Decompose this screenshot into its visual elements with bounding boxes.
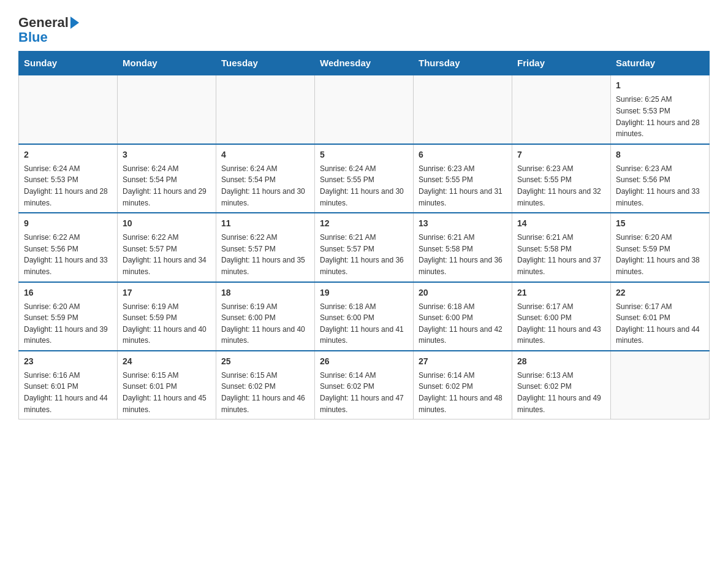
day-number: 15 [616,217,704,230]
calendar-cell: 9Sunrise: 6:22 AM Sunset: 5:56 PM Daylig… [19,213,118,282]
day-number: 17 [123,286,211,299]
day-header-tuesday: Tuesday [216,52,315,75]
day-header-friday: Friday [512,52,611,75]
calendar-cell: 13Sunrise: 6:21 AM Sunset: 5:58 PM Dayli… [414,213,512,282]
calendar-cell: 1Sunrise: 6:25 AM Sunset: 5:53 PM Daylig… [611,75,710,144]
calendar-week-row: 2Sunrise: 6:24 AM Sunset: 5:53 PM Daylig… [19,144,710,213]
day-info: Sunrise: 6:25 AM Sunset: 5:53 PM Dayligh… [616,94,704,139]
day-info: Sunrise: 6:21 AM Sunset: 5:58 PM Dayligh… [419,232,507,277]
day-info: Sunrise: 6:20 AM Sunset: 5:59 PM Dayligh… [24,301,112,347]
day-info: Sunrise: 6:22 AM Sunset: 5:56 PM Dayligh… [24,232,112,277]
calendar-cell [216,75,315,144]
day-info: Sunrise: 6:17 AM Sunset: 6:00 PM Dayligh… [517,301,605,347]
day-number: 6 [419,148,507,161]
calendar-cell [315,75,414,144]
day-number: 7 [517,148,605,161]
day-info: Sunrise: 6:23 AM Sunset: 5:55 PM Dayligh… [517,163,605,209]
day-number: 10 [123,217,211,230]
day-header-monday: Monday [118,52,216,75]
calendar-cell: 8Sunrise: 6:23 AM Sunset: 5:56 PM Daylig… [611,144,710,213]
day-info: Sunrise: 6:13 AM Sunset: 6:02 PM Dayligh… [517,370,605,415]
day-info: Sunrise: 6:23 AM Sunset: 5:55 PM Dayligh… [419,163,507,209]
day-number: 8 [616,148,704,161]
calendar-cell: 21Sunrise: 6:17 AM Sunset: 6:00 PM Dayli… [512,282,611,351]
day-info: Sunrise: 6:14 AM Sunset: 6:02 PM Dayligh… [320,370,408,415]
day-number: 13 [419,217,507,230]
day-number: 27 [419,355,507,368]
day-number: 1 [616,79,704,92]
calendar-cell: 26Sunrise: 6:14 AM Sunset: 6:02 PM Dayli… [315,351,414,419]
calendar-week-row: 9Sunrise: 6:22 AM Sunset: 5:56 PM Daylig… [19,213,710,282]
day-info: Sunrise: 6:15 AM Sunset: 6:02 PM Dayligh… [221,370,309,415]
day-number: 26 [320,355,408,368]
day-info: Sunrise: 6:23 AM Sunset: 5:56 PM Dayligh… [616,163,704,209]
day-info: Sunrise: 6:20 AM Sunset: 5:59 PM Dayligh… [616,232,704,277]
calendar-cell: 18Sunrise: 6:19 AM Sunset: 6:00 PM Dayli… [216,282,315,351]
day-number: 9 [24,217,112,230]
calendar-cell: 17Sunrise: 6:19 AM Sunset: 5:59 PM Dayli… [118,282,216,351]
calendar-cell: 19Sunrise: 6:18 AM Sunset: 6:00 PM Dayli… [315,282,414,351]
calendar-cell: 24Sunrise: 6:15 AM Sunset: 6:01 PM Dayli… [118,351,216,419]
calendar-cell: 25Sunrise: 6:15 AM Sunset: 6:02 PM Dayli… [216,351,315,419]
day-number: 11 [221,217,309,230]
calendar-cell: 11Sunrise: 6:22 AM Sunset: 5:57 PM Dayli… [216,213,315,282]
day-header-wednesday: Wednesday [315,52,414,75]
day-number: 21 [517,286,605,299]
day-number: 24 [123,355,211,368]
day-info: Sunrise: 6:18 AM Sunset: 6:00 PM Dayligh… [419,301,507,347]
logo-general: General [18,15,69,30]
day-info: Sunrise: 6:24 AM Sunset: 5:55 PM Dayligh… [320,163,408,209]
calendar-cell [118,75,216,144]
day-info: Sunrise: 6:19 AM Sunset: 6:00 PM Dayligh… [221,301,309,347]
day-info: Sunrise: 6:21 AM Sunset: 5:58 PM Dayligh… [517,232,605,277]
calendar-cell: 2Sunrise: 6:24 AM Sunset: 5:53 PM Daylig… [19,144,118,213]
calendar-cell: 23Sunrise: 6:16 AM Sunset: 6:01 PM Dayli… [19,351,118,419]
calendar-week-row: 23Sunrise: 6:16 AM Sunset: 6:01 PM Dayli… [19,351,710,419]
calendar-week-row: 16Sunrise: 6:20 AM Sunset: 5:59 PM Dayli… [19,282,710,351]
page-header: General Blue [18,12,710,45]
calendar-week-row: 1Sunrise: 6:25 AM Sunset: 5:53 PM Daylig… [19,75,710,144]
day-header-thursday: Thursday [414,52,512,75]
calendar-cell [414,75,512,144]
calendar-cell [512,75,611,144]
day-number: 3 [123,148,211,161]
day-number: 12 [320,217,408,230]
day-info: Sunrise: 6:19 AM Sunset: 5:59 PM Dayligh… [123,301,211,347]
calendar-cell: 5Sunrise: 6:24 AM Sunset: 5:55 PM Daylig… [315,144,414,213]
calendar-cell: 7Sunrise: 6:23 AM Sunset: 5:55 PM Daylig… [512,144,611,213]
day-number: 16 [24,286,112,299]
calendar-cell: 22Sunrise: 6:17 AM Sunset: 6:01 PM Dayli… [611,282,710,351]
calendar-cell: 3Sunrise: 6:24 AM Sunset: 5:54 PM Daylig… [118,144,216,213]
day-info: Sunrise: 6:15 AM Sunset: 6:01 PM Dayligh… [123,370,211,415]
day-info: Sunrise: 6:14 AM Sunset: 6:02 PM Dayligh… [419,370,507,415]
day-header-sunday: Sunday [19,52,118,75]
calendar-table: SundayMondayTuesdayWednesdayThursdayFrid… [18,51,710,419]
logo: General Blue [18,15,79,45]
calendar-cell: 14Sunrise: 6:21 AM Sunset: 5:58 PM Dayli… [512,213,611,282]
calendar-cell: 20Sunrise: 6:18 AM Sunset: 6:00 PM Dayli… [414,282,512,351]
calendar-cell: 12Sunrise: 6:21 AM Sunset: 5:57 PM Dayli… [315,213,414,282]
day-info: Sunrise: 6:17 AM Sunset: 6:01 PM Dayligh… [616,301,704,347]
calendar-header-row: SundayMondayTuesdayWednesdayThursdayFrid… [19,52,710,75]
day-number: 4 [221,148,309,161]
day-info: Sunrise: 6:24 AM Sunset: 5:53 PM Dayligh… [24,163,112,209]
day-number: 5 [320,148,408,161]
day-number: 20 [419,286,507,299]
day-number: 2 [24,148,112,161]
logo-arrow-icon [70,17,79,29]
day-info: Sunrise: 6:24 AM Sunset: 5:54 PM Dayligh… [221,163,309,209]
calendar-cell [611,351,710,419]
day-number: 18 [221,286,309,299]
calendar-cell: 4Sunrise: 6:24 AM Sunset: 5:54 PM Daylig… [216,144,315,213]
day-number: 28 [517,355,605,368]
day-number: 14 [517,217,605,230]
calendar-cell: 6Sunrise: 6:23 AM Sunset: 5:55 PM Daylig… [414,144,512,213]
calendar-cell: 15Sunrise: 6:20 AM Sunset: 5:59 PM Dayli… [611,213,710,282]
day-info: Sunrise: 6:16 AM Sunset: 6:01 PM Dayligh… [24,370,112,415]
day-info: Sunrise: 6:21 AM Sunset: 5:57 PM Dayligh… [320,232,408,277]
day-info: Sunrise: 6:24 AM Sunset: 5:54 PM Dayligh… [123,163,211,209]
calendar-cell: 28Sunrise: 6:13 AM Sunset: 6:02 PM Dayli… [512,351,611,419]
day-info: Sunrise: 6:22 AM Sunset: 5:57 PM Dayligh… [221,232,309,277]
day-info: Sunrise: 6:22 AM Sunset: 5:57 PM Dayligh… [123,232,211,277]
calendar-cell: 27Sunrise: 6:14 AM Sunset: 6:02 PM Dayli… [414,351,512,419]
